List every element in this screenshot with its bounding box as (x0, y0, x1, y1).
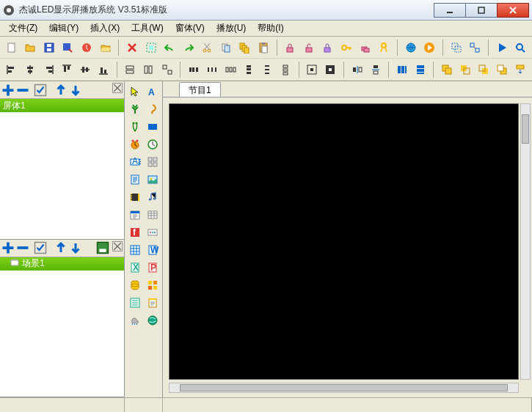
clock-icon[interactable] (128, 137, 142, 152)
table-grid-icon[interactable] (145, 207, 160, 222)
pointer-icon[interactable] (128, 84, 142, 99)
tree-icon[interactable] (128, 102, 142, 117)
vortex-icon[interactable] (145, 102, 160, 117)
align-middle-v-icon[interactable] (77, 61, 94, 78)
menu-help[interactable]: 帮助(I) (252, 21, 289, 36)
bring-forward-icon[interactable] (456, 61, 473, 78)
lock-icon[interactable] (282, 39, 299, 56)
globe-icon[interactable] (402, 39, 420, 56)
panel-close-icon[interactable] (112, 83, 123, 93)
menu-insert[interactable]: 插入(X) (84, 21, 125, 36)
play-icon[interactable] (420, 39, 438, 56)
key-icon[interactable] (338, 39, 355, 56)
slideshow-icon[interactable] (145, 278, 160, 293)
minimize-button[interactable] (434, 3, 466, 18)
grid-blue-icon[interactable] (128, 243, 142, 257)
music-icon[interactable] (145, 190, 160, 205)
check-screen-icon[interactable] (34, 84, 47, 97)
redo-icon[interactable] (180, 39, 197, 56)
text-a-icon[interactable]: A (145, 84, 160, 99)
analog-clock-icon[interactable] (145, 137, 160, 152)
scene-save-icon[interactable] (96, 241, 109, 254)
dist-h-right-icon[interactable] (222, 61, 238, 78)
delete-icon[interactable] (123, 39, 141, 56)
close-button[interactable] (497, 3, 529, 18)
text-block-icon[interactable]: Aa (128, 155, 142, 169)
menu-window[interactable]: 窗体(V) (170, 21, 211, 36)
dist-v-center-icon[interactable] (259, 61, 276, 78)
weather-icon[interactable] (128, 313, 142, 328)
align-bottom-icon[interactable] (95, 61, 112, 78)
dist-h-center-icon[interactable] (203, 61, 220, 78)
unlock-icon[interactable] (300, 39, 318, 56)
bring-front-icon[interactable] (438, 61, 455, 78)
center-canvas-alt-icon[interactable] (322, 61, 339, 78)
lock-purple-icon[interactable] (319, 39, 337, 56)
save-icon[interactable] (40, 39, 58, 56)
document-icon[interactable] (128, 172, 142, 187)
tile-v-icon[interactable] (412, 61, 429, 78)
horizontal-scrollbar[interactable] (169, 383, 519, 393)
plant-icon[interactable] (128, 119, 142, 134)
undo-icon[interactable] (161, 39, 178, 56)
group-icon[interactable] (448, 39, 465, 56)
dist-v-bottom-icon[interactable] (277, 61, 294, 78)
play-triangle-icon[interactable] (493, 39, 511, 56)
scrollbar-thumb[interactable] (180, 384, 508, 391)
list-icon[interactable] (128, 295, 142, 310)
flip-h-icon[interactable] (349, 61, 365, 78)
ungroup-icon[interactable] (467, 39, 484, 56)
menu-edit[interactable]: 编辑(Y) (43, 21, 84, 36)
film-icon[interactable] (128, 190, 142, 205)
check-scene-icon[interactable] (34, 241, 47, 254)
flash-icon[interactable]: f (128, 225, 142, 240)
scene-list[interactable]: 场景1 (0, 257, 124, 397)
scene-move-up-icon[interactable] (54, 241, 68, 254)
gif-icon[interactable] (145, 225, 160, 240)
send-backward-icon[interactable] (475, 61, 492, 78)
export-icon[interactable] (78, 39, 95, 56)
screen-list-item[interactable]: 屏体1 (0, 99, 124, 112)
vertical-scrollbar[interactable] (520, 103, 531, 380)
copy-multi-icon[interactable] (236, 39, 254, 56)
dist-h-left-icon[interactable] (185, 61, 202, 78)
notepad-icon[interactable] (145, 295, 160, 310)
key-ring-icon[interactable] (375, 39, 393, 56)
screen-list[interactable]: 屏体1 (0, 99, 124, 239)
scene-move-down-icon[interactable] (69, 241, 82, 254)
scene-list-item[interactable]: 场景1 (0, 257, 124, 271)
menu-play[interactable]: 播放(U) (211, 21, 252, 36)
remove-screen-icon[interactable] (16, 84, 29, 97)
align-top-icon[interactable] (58, 61, 75, 78)
folder-open-icon[interactable] (97, 39, 114, 56)
cut-icon[interactable] (198, 39, 216, 56)
same-height-icon[interactable] (140, 61, 157, 78)
color-rect-icon[interactable] (145, 119, 160, 134)
stack-down-icon[interactable] (512, 61, 529, 78)
add-scene-icon[interactable] (1, 241, 15, 254)
tile-h-icon[interactable] (393, 61, 410, 78)
copy-icon[interactable] (217, 39, 235, 56)
same-size-icon[interactable] (158, 61, 175, 78)
database-icon[interactable] (128, 278, 142, 293)
move-up-icon[interactable] (54, 84, 68, 97)
scene-panel-close-icon[interactable] (112, 241, 123, 251)
select-all-icon[interactable] (142, 39, 160, 56)
earth-icon[interactable] (145, 313, 160, 328)
menu-file[interactable]: 文件(Z) (3, 21, 43, 36)
flip-v-icon[interactable] (367, 61, 384, 78)
zoom-icon[interactable] (512, 39, 530, 56)
grid-4-icon[interactable] (145, 155, 160, 169)
tab-program-1[interactable]: 节目1 (179, 82, 221, 97)
maximize-button[interactable] (465, 3, 498, 18)
dist-v-top-icon[interactable] (240, 61, 257, 78)
center-canvas-icon[interactable] (304, 61, 321, 78)
word-icon[interactable]: W (145, 243, 160, 257)
ppt-icon[interactable]: P (145, 260, 160, 275)
send-back-icon[interactable] (494, 61, 511, 78)
move-down-icon[interactable] (69, 84, 82, 97)
remove-scene-icon[interactable] (16, 241, 29, 254)
save-as-icon[interactable] (59, 39, 77, 56)
align-right-icon[interactable] (40, 61, 57, 78)
align-center-h-icon[interactable] (21, 61, 38, 78)
